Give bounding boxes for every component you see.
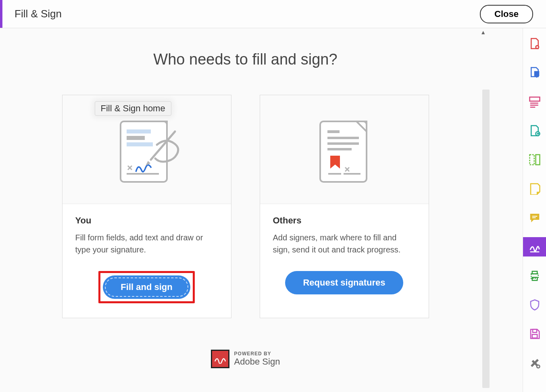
svg-rect-18 — [536, 155, 540, 165]
card-you-illustration: Fill & Sign home — [63, 95, 231, 204]
powered-by: POWERED BY Adobe Sign — [0, 350, 491, 368]
export-pdf-icon[interactable] — [523, 63, 546, 82]
highlight-fill-and-sign: Fill and sign — [98, 271, 194, 303]
sticky-note-icon[interactable] — [523, 179, 546, 198]
card-you: Fill & Sign home — [62, 95, 231, 318]
main-content: ▲ Who needs to fill and sign? Fill & Sig… — [0, 28, 491, 392]
app-title: Fill & Sign — [0, 8, 62, 20]
adobe-sign-logo-icon — [211, 350, 229, 368]
card-others-desc: Add signers, mark where to fill and sign… — [273, 231, 416, 256]
card-you-title: You — [75, 215, 218, 226]
svg-rect-7 — [327, 130, 340, 133]
page-heading: Who needs to fill and sign? — [0, 51, 491, 68]
svg-rect-14 — [534, 71, 539, 76]
settings-icon[interactable] — [523, 353, 546, 373]
card-others: Others Add signers, mark where to fill a… — [260, 95, 429, 318]
svg-rect-1 — [127, 129, 151, 133]
svg-rect-8 — [327, 137, 359, 139]
powered-by-label: POWERED BY — [234, 351, 280, 357]
request-signatures-button[interactable]: Request signatures — [285, 271, 403, 294]
header-bar: Fill & Sign Close — [0, 0, 546, 28]
svg-rect-9 — [327, 142, 359, 145]
svg-rect-15 — [529, 97, 540, 101]
svg-rect-20 — [532, 271, 537, 274]
card-you-desc: Fill form fields, add text and draw or t… — [75, 231, 218, 256]
tools-sidebar — [523, 28, 546, 392]
svg-rect-3 — [127, 142, 153, 146]
scrollbar[interactable] — [482, 90, 490, 388]
document-with-seal-icon — [308, 113, 381, 186]
edit-pdf-icon[interactable] — [523, 150, 546, 169]
cards-row: Fill & Sign home — [0, 95, 491, 318]
create-pdf-icon[interactable] — [523, 34, 546, 53]
comment-icon[interactable] — [523, 208, 546, 227]
card-others-illustration — [260, 95, 429, 204]
save-icon[interactable] — [523, 324, 546, 344]
fill-and-sign-button[interactable]: Fill and sign — [103, 275, 190, 299]
tooltip-fill-sign-home: Fill & Sign home — [95, 101, 171, 116]
svg-rect-10 — [327, 148, 352, 150]
organize-pages-icon[interactable] — [523, 92, 546, 111]
hand-signing-document-icon — [104, 113, 189, 186]
send-for-review-icon[interactable] — [523, 121, 546, 140]
adobe-sign-label: Adobe Sign — [234, 357, 280, 367]
svg-rect-22 — [533, 329, 537, 333]
svg-rect-23 — [532, 334, 537, 338]
svg-rect-17 — [529, 155, 534, 165]
close-button[interactable]: Close — [480, 5, 533, 23]
svg-rect-5 — [320, 121, 367, 182]
print-icon[interactable] — [523, 266, 546, 286]
fill-sign-icon[interactable] — [523, 237, 546, 256]
card-others-title: Others — [273, 215, 416, 226]
shield-icon[interactable] — [523, 295, 546, 315]
scroll-up-caret[interactable]: ▲ — [480, 29, 486, 35]
svg-rect-2 — [127, 136, 145, 140]
